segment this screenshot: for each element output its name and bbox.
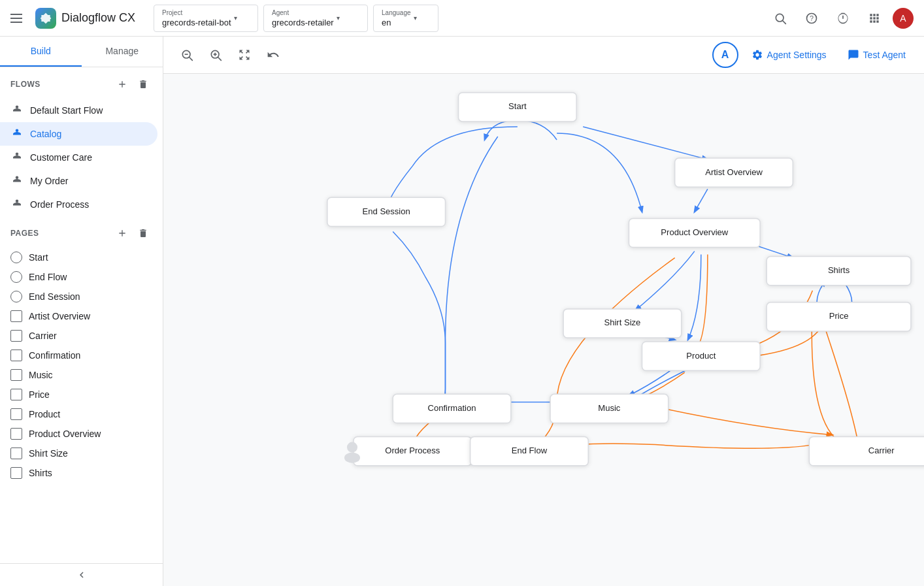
apps-button[interactable]: [861, 5, 887, 31]
node-start[interactable]: Start: [459, 93, 577, 122]
pages-section-title: PAGES: [10, 229, 39, 238]
node-carrier[interactable]: Carrier: [809, 437, 924, 466]
page-icon: [10, 389, 22, 400]
test-agent-button[interactable]: Test Agent: [840, 44, 914, 66]
sidebar-item-catalog[interactable]: Catalog: [0, 122, 157, 146]
page-label: Start: [29, 252, 48, 263]
tab-build[interactable]: Build: [0, 37, 82, 67]
sidebar-item-customer-care[interactable]: Customer Care: [0, 146, 157, 169]
sidebar-item-order-process[interactable]: Order Process: [0, 193, 157, 216]
svg-text:Price: Price: [829, 311, 849, 321]
sidebar-item-shirt-size[interactable]: Shirt Size: [0, 444, 163, 463]
svg-point-4: [16, 106, 19, 109]
sidebar-item-product[interactable]: Product: [0, 404, 163, 424]
fit-screen-button[interactable]: [231, 42, 257, 68]
undo-button[interactable]: [260, 42, 286, 68]
sidebar-item-artist-overview[interactable]: Artist Overview: [0, 306, 163, 326]
page-icon: [10, 408, 22, 420]
sidebar-item-music[interactable]: Music: [0, 365, 163, 385]
node-music[interactable]: Music: [550, 394, 668, 423]
nav-right: ? A: [767, 5, 914, 31]
flow-canvas[interactable]: Start End Session Artist Overview Produc…: [163, 74, 924, 586]
page-icon: [10, 369, 22, 381]
svg-text:Music: Music: [598, 403, 621, 413]
node-artist-overview[interactable]: Artist Overview: [675, 158, 793, 187]
sidebar: Build Manage FLOWS: [0, 37, 163, 586]
flow-icon: [10, 174, 24, 187]
language-dropdown[interactable]: Language en ▾: [373, 5, 438, 32]
page-icon: [10, 350, 22, 361]
sidebar-item-confirmation[interactable]: Confirmation: [0, 346, 163, 365]
page-label: Carrier: [29, 331, 57, 341]
help-button[interactable]: ?: [799, 5, 825, 31]
flows-section-title: FLOWS: [10, 80, 41, 89]
delete-page-button[interactable]: [134, 224, 152, 242]
circle-icon: [10, 252, 22, 263]
project-dropdown-arrow: ▾: [234, 14, 237, 22]
canvas-area: A Agent Settings Test Agent: [163, 37, 924, 586]
page-icon: [10, 330, 22, 342]
user-avatar-button[interactable]: A: [893, 8, 914, 29]
zoom-in-button[interactable]: [203, 42, 229, 68]
node-price[interactable]: Price: [767, 302, 911, 331]
logo[interactable]: Dialogflow CX: [35, 8, 135, 29]
flow-icon: [10, 104, 24, 117]
page-label: Artist Overview: [29, 311, 90, 321]
node-end-session[interactable]: End Session: [327, 197, 446, 226]
add-page-button[interactable]: [113, 224, 131, 242]
node-confirmation[interactable]: Confirmation: [393, 394, 511, 423]
sidebar-collapse-button[interactable]: [0, 563, 163, 586]
node-end-flow[interactable]: End Flow: [470, 437, 589, 466]
svg-point-6: [16, 153, 19, 156]
sidebar-item-start[interactable]: Start: [0, 248, 163, 267]
timer-button[interactable]: [830, 5, 856, 31]
sidebar-item-end-session[interactable]: End Session: [0, 287, 163, 306]
add-flow-button[interactable]: [113, 75, 131, 93]
app-title: Dialogflow CX: [61, 11, 135, 25]
node-product-overview[interactable]: Product Overview: [629, 218, 760, 247]
zoom-out-button[interactable]: [174, 42, 200, 68]
agent-settings-label: Agent Settings: [767, 50, 827, 60]
flow-label: Order Process: [30, 199, 89, 210]
project-dropdown[interactable]: Project grecords-retail-bot ▾: [154, 5, 258, 32]
sidebar-item-carrier[interactable]: Carrier: [0, 326, 163, 346]
sidebar-item-shirts[interactable]: Shirts: [0, 463, 163, 483]
search-button[interactable]: [767, 5, 793, 31]
sidebar-item-default-start-flow[interactable]: Default Start Flow: [0, 99, 157, 122]
flow-icon: [10, 151, 24, 164]
node-product[interactable]: Product: [642, 342, 761, 370]
agent-avatar: A: [712, 42, 738, 68]
svg-text:Shirt Size: Shirt Size: [604, 317, 641, 327]
svg-text:Confirmation: Confirmation: [428, 403, 476, 413]
svg-point-7: [16, 176, 19, 180]
page-label: Music: [29, 370, 53, 380]
sidebar-item-end-flow[interactable]: End Flow: [0, 267, 163, 287]
page-label: End Flow: [29, 272, 67, 282]
sidebar-item-price[interactable]: Price: [0, 385, 163, 404]
tab-manage[interactable]: Manage: [82, 37, 163, 67]
agent-dropdown-arrow: ▾: [337, 14, 340, 22]
flow-icon: [10, 198, 24, 211]
svg-point-5: [16, 129, 19, 133]
delete-flow-button[interactable]: [134, 75, 152, 93]
flow-label: Customer Care: [30, 152, 92, 163]
svg-text:Order Process: Order Process: [385, 446, 440, 455]
agent-settings-button[interactable]: Agent Settings: [744, 44, 834, 66]
sidebar-item-product-overview[interactable]: Product Overview: [0, 424, 163, 444]
node-order-process[interactable]: Order Process: [354, 437, 472, 466]
svg-line-11: [190, 57, 193, 61]
agent-dropdown[interactable]: Agent grecords-retailer ▾: [263, 5, 368, 32]
svg-text:End Flow: End Flow: [512, 446, 548, 455]
node-shirt-size[interactable]: Shirt Size: [563, 309, 682, 338]
svg-point-40: [344, 453, 360, 463]
flow-label: Default Start Flow: [30, 105, 103, 116]
page-icon: [10, 310, 22, 322]
menu-button[interactable]: [10, 14, 22, 23]
node-shirts[interactable]: Shirts: [767, 257, 911, 285]
page-label: Price: [29, 389, 50, 400]
flow-label: Catalog: [30, 129, 61, 139]
sidebar-item-my-order[interactable]: My Order: [0, 169, 157, 193]
page-label: Product: [29, 409, 60, 419]
svg-line-1: [783, 20, 786, 24]
flow-label: My Order: [30, 176, 68, 186]
